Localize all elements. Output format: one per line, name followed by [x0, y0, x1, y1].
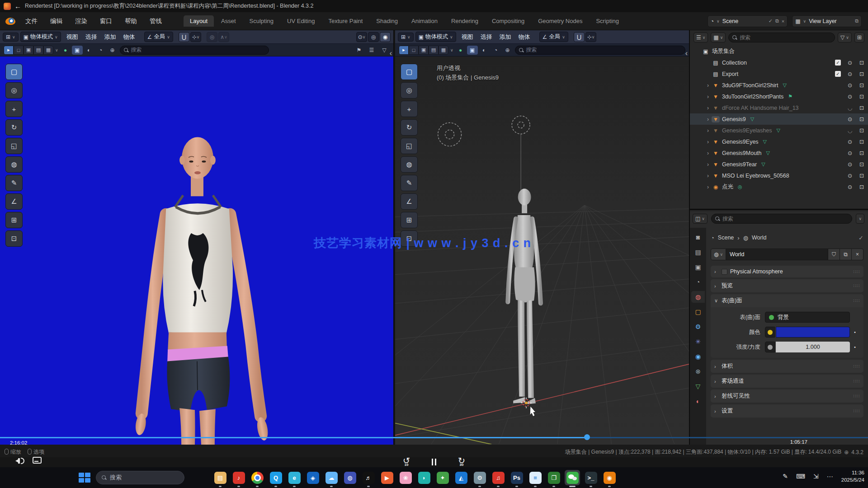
snap-target-dropdown[interactable]: ⊹∨	[190, 32, 201, 42]
taskbar-app-notepad[interactable]: ≡	[528, 470, 543, 485]
outliner-row[interactable]: ▤ Export ✓ ⊙ ⊡	[690, 68, 868, 80]
move-tool[interactable]: +	[401, 101, 418, 117]
cursor-tool[interactable]: ◎	[5, 82, 23, 99]
select-mode-button[interactable]: ▸	[399, 46, 409, 55]
tab-layout[interactable]: Layout	[184, 15, 214, 27]
properties-tab-modifiers[interactable]: ⚙	[691, 321, 705, 333]
collapse-panel-icon[interactable]: ‹	[390, 49, 392, 57]
atmosphere-checkbox[interactable]	[722, 269, 727, 275]
panel-ray-visibility[interactable]: › 射线可见性 ∷∷	[711, 389, 863, 403]
tab-compositing[interactable]: Compositing	[486, 15, 531, 27]
editor-type-button[interactable]: ⊞ ∨	[398, 33, 414, 42]
object-name[interactable]: dForce AK Handsome Hair_13	[722, 105, 799, 111]
tab-texture-paint[interactable]: Texture Paint	[322, 15, 369, 27]
properties-tab-output[interactable]: ▤	[691, 246, 705, 258]
new-scene-icon[interactable]: ⧉	[775, 18, 779, 24]
select-mode-button[interactable]: ▤	[429, 46, 439, 55]
taskbar-app-app-teal[interactable]: ◗	[416, 470, 432, 485]
new-layer-icon[interactable]: ⧉	[855, 18, 859, 24]
hide-eye-icon[interactable]: ⊙	[846, 71, 854, 77]
orientation-dropdown[interactable]: ∠ 全局 ∨	[144, 32, 173, 42]
axis-icon[interactable]: ⊕	[107, 46, 118, 55]
taskbar-search-input[interactable]: 搜索	[96, 471, 184, 484]
expand-icon[interactable]: ›	[704, 105, 712, 111]
taskbar-app-app-orange[interactable]: ▶	[379, 470, 395, 485]
properties-tab-render[interactable]: ◙	[691, 231, 705, 243]
taskbar-clock[interactable]: 11:36 2025/5/24	[841, 469, 864, 483]
tab-geometry-nodes[interactable]: Geometry Nodes	[532, 15, 589, 27]
keyframe-dot[interactable]: •	[853, 345, 857, 350]
expand-icon[interactable]: ›	[704, 127, 712, 134]
matcap-icon[interactable]: ◔	[491, 46, 501, 55]
taskbar-app-app-indigo[interactable]: ◍	[342, 470, 358, 485]
render-visibility-icon[interactable]: ⊡	[858, 150, 865, 156]
object-name[interactable]: 3duToonGirl2ShortPants	[722, 94, 783, 100]
start-button[interactable]	[78, 472, 90, 483]
hide-eye-icon[interactable]: ◡	[846, 127, 854, 134]
world-type-dropdown[interactable]: ◍ ∨	[711, 249, 726, 260]
object-name[interactable]: Genesis9	[722, 116, 746, 122]
tab-shading[interactable]: Shading	[370, 15, 404, 27]
hide-eye-icon[interactable]: ⊙	[846, 161, 854, 168]
panel-mist[interactable]: › 雾场通道 ∷∷	[711, 375, 863, 388]
select-mode-button[interactable]: ▤	[33, 46, 43, 55]
axis-icon[interactable]: ⊕	[502, 46, 513, 55]
pen-icon[interactable]: ✎	[783, 473, 788, 480]
expand-icon[interactable]: ›	[704, 139, 712, 145]
select-mode-button[interactable]: □	[409, 46, 419, 55]
menu-5[interactable]: 管线	[144, 15, 167, 27]
back-icon[interactable]: ←	[14, 3, 21, 9]
menu-4[interactable]: 帮助	[119, 15, 142, 27]
menu-2[interactable]: 渲染	[70, 15, 93, 27]
taskbar-app-cloud-drive[interactable]: ☁	[324, 470, 339, 485]
drag-dots-icon[interactable]: ∷∷	[853, 269, 860, 274]
outliner-row[interactable]: ▤ Collection ✓ ⊙ ⊡	[690, 57, 868, 68]
transform-tool[interactable]: ◍	[5, 156, 23, 173]
hide-eye-icon[interactable]: ⊙	[846, 116, 854, 122]
select-box-tool[interactable]: ▢	[401, 64, 418, 80]
pause-button[interactable]	[432, 457, 436, 465]
taskbar-app-tiktok[interactable]: ♬	[361, 470, 376, 485]
add-primitive-tool[interactable]: ⊞	[5, 212, 23, 228]
taskbar-app-blender[interactable]: ◉	[602, 470, 617, 485]
taskbar-app-app-blue-dark[interactable]: ◈	[305, 470, 321, 485]
overflow-icon[interactable]: ···	[827, 473, 833, 480]
render-visibility-icon[interactable]: ⊡	[858, 127, 865, 134]
close-icon[interactable]: ×	[782, 19, 784, 24]
surface-shader-field[interactable]: 背景	[765, 312, 850, 323]
tab-rendering[interactable]: Rendering	[445, 15, 485, 27]
blender-logo-icon[interactable]	[5, 18, 15, 25]
unlink-button[interactable]: ×	[852, 249, 863, 260]
taskbar-app-wechat[interactable]	[565, 470, 580, 485]
properties-editor-type-button[interactable]: ◫ ∨	[693, 214, 708, 224]
hide-eye-icon[interactable]: ⊙	[846, 173, 854, 179]
object-name[interactable]: 3duG9FToonGirl2Shirt	[722, 82, 778, 89]
snap-toggle[interactable]: ⋃	[179, 32, 189, 42]
taskbar-app-file-explorer[interactable]: ▤	[212, 470, 228, 485]
tab-asset[interactable]: Asset	[215, 15, 242, 27]
render-visibility-icon[interactable]: ⊡	[858, 94, 865, 100]
properties-search-input[interactable]: 搜索	[711, 214, 852, 224]
color-swatch[interactable]	[776, 327, 850, 338]
viewport-menu-item[interactable]: 添加	[496, 32, 515, 42]
properties-tab-view-layer[interactable]: ▣	[691, 261, 705, 273]
list-icon[interactable]: ☰	[366, 46, 377, 55]
object-name[interactable]: MSO Lei Eyebrows_50568	[722, 173, 789, 179]
object-name[interactable]: Collection	[722, 60, 747, 66]
volume-icon[interactable]	[15, 457, 25, 465]
object-name[interactable]: 场景集合	[712, 47, 735, 55]
scene-selector[interactable]: ◔ ∨ Scene ✓ ⧉ ×	[708, 15, 788, 27]
outliner-row[interactable]: › ▼ Genesis9Eyes ▽ ⊙ ⊡	[690, 136, 868, 147]
pin-icon[interactable]: ✓	[859, 235, 863, 241]
cursor-tool[interactable]: ◎	[401, 82, 418, 99]
new-world-button[interactable]: ⧉	[840, 249, 852, 260]
menu-0[interactable]: 文件	[20, 15, 43, 27]
panel-preview[interactable]: › 预览 ∷∷	[711, 279, 863, 292]
color-socket-button[interactable]	[765, 327, 775, 338]
render-visibility-icon[interactable]: ⊡	[858, 184, 865, 190]
outliner-row[interactable]: › ▼ Genesis9 ▽ ⊙ ⊡	[690, 113, 868, 125]
mode-dropdown[interactable]: ▣ 物体模式 ∨	[20, 32, 61, 42]
taskbar-app-app-green[interactable]: ✦	[435, 470, 450, 485]
duplicate-tool[interactable]: ⊡	[5, 230, 23, 247]
render-visibility-icon[interactable]: ⊡	[858, 71, 865, 77]
